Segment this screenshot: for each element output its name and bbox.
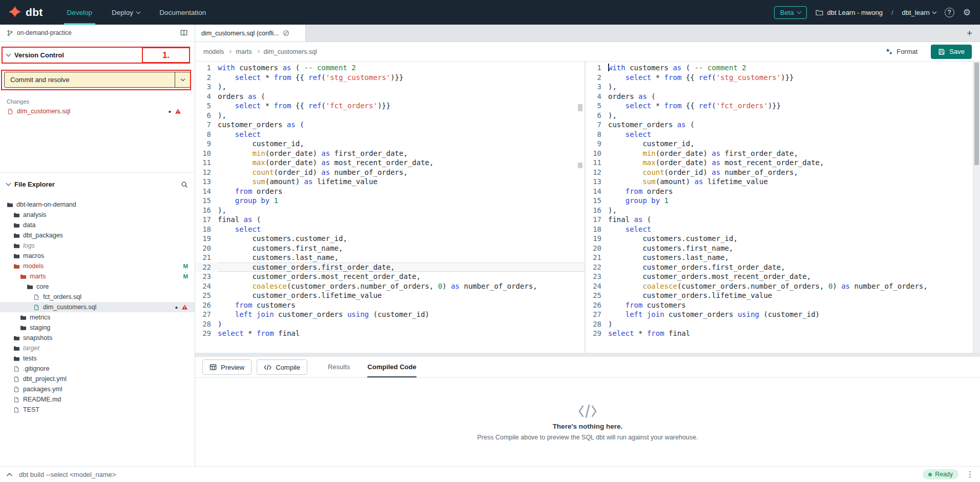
code-line-4[interactable]: 4orders as ( bbox=[195, 92, 585, 102]
code-line-17[interactable]: 17final as ( bbox=[586, 215, 973, 225]
help-icon[interactable]: ? bbox=[945, 8, 954, 17]
tree-item-data[interactable]: data bbox=[0, 220, 195, 230]
tree-item-dim_customers.sql[interactable]: dim_customers.sql• bbox=[0, 302, 195, 312]
tab-results[interactable]: Results bbox=[328, 357, 350, 377]
code-line-5[interactable]: 5 select * from {{ ref('fct_orders')}} bbox=[195, 101, 585, 111]
code-line-16[interactable]: 16), bbox=[586, 206, 973, 215]
tree-item-dbt-learn-on-demand[interactable]: dbt-learn-on-demand bbox=[0, 199, 195, 210]
tab-dim-customers[interactable]: dim_customers.sql (confli... bbox=[195, 25, 306, 42]
code-line-10[interactable]: 10 min(order_date) as first_order_date, bbox=[195, 149, 585, 158]
tree-item-logs[interactable]: logs bbox=[0, 240, 195, 251]
code-line-25[interactable]: 25 customer_orders.lifetime_value bbox=[195, 291, 585, 300]
breadcrumb-models[interactable]: models bbox=[203, 48, 224, 55]
code-line-6[interactable]: 6), bbox=[586, 111, 973, 120]
nav-deploy[interactable]: Deploy bbox=[102, 0, 150, 25]
code-line-5[interactable]: 5 select * from {{ ref('fct_orders')}} bbox=[586, 101, 973, 111]
editor-pane-right[interactable]: 1with customers as ( -- comment 22 selec… bbox=[586, 62, 973, 353]
docs-book-icon[interactable] bbox=[180, 29, 188, 36]
beta-toggle[interactable]: Beta bbox=[774, 6, 807, 19]
code-line-21[interactable]: 21 customers.last_name, bbox=[586, 253, 973, 263]
code-line-18[interactable]: 18 select bbox=[195, 225, 585, 234]
tree-item-marts[interactable]: martsM bbox=[0, 271, 195, 282]
new-tab-icon[interactable]: + bbox=[959, 25, 980, 42]
code-line-28[interactable]: 28) bbox=[195, 319, 585, 329]
code-line-24[interactable]: 24 coalesce(customer_orders.number_of_or… bbox=[195, 282, 585, 291]
code-line-19[interactable]: 19 customers.customer_id, bbox=[195, 234, 585, 244]
command-input[interactable]: dbt build --select <model_name> bbox=[19, 471, 116, 478]
code-line-26[interactable]: 26 from customers bbox=[195, 300, 585, 310]
code-line-14[interactable]: 14 from orders bbox=[195, 187, 585, 196]
code-line-23[interactable]: 23 customer_orders.most_recent_order_dat… bbox=[586, 272, 973, 282]
code-line-8[interactable]: 8 select bbox=[195, 130, 585, 139]
nav-develop[interactable]: Develop bbox=[57, 0, 102, 25]
code-line-17[interactable]: 17final as ( bbox=[195, 215, 585, 225]
code-line-4[interactable]: 4orders as ( bbox=[586, 92, 973, 102]
code-line-1[interactable]: 1with customers as ( -- comment 2 bbox=[586, 63, 973, 73]
code-line-12[interactable]: 12 count(order_id) as number_of_orders, bbox=[195, 168, 585, 177]
code-line-12[interactable]: 12 count(order_id) as number_of_orders, bbox=[586, 168, 973, 177]
version-control-header[interactable]: Version Control bbox=[0, 47, 195, 63]
code-line-11[interactable]: 11 max(order_date) as most_recent_order_… bbox=[586, 158, 973, 168]
tree-item-staging[interactable]: staging bbox=[0, 323, 195, 333]
code-line-22[interactable]: 22 customer_orders.first_order_date, bbox=[195, 263, 585, 272]
code-line-13[interactable]: 13 sum(amount) as lifetime_value bbox=[586, 177, 973, 187]
code-line-29[interactable]: 29select * from final bbox=[195, 329, 585, 338]
code-line-14[interactable]: 14 from orders bbox=[586, 187, 973, 196]
tree-item-.gitignore[interactable]: .gitignore bbox=[0, 364, 195, 374]
tree-item-README.md[interactable]: README.md bbox=[0, 394, 195, 405]
code-line-23[interactable]: 23 customer_orders.most_recent_order_dat… bbox=[195, 272, 585, 282]
chevron-up-icon[interactable] bbox=[6, 472, 13, 477]
code-line-2[interactable]: 2 select * from {{ ref('stg_customers')}… bbox=[586, 73, 973, 83]
project-selector[interactable]: dbt_learn bbox=[902, 9, 936, 16]
tree-item-TEST[interactable]: TEST bbox=[0, 405, 195, 415]
code-line-24[interactable]: 24 coalesce(customer_orders.number_of_or… bbox=[586, 282, 973, 291]
code-line-3[interactable]: 3), bbox=[586, 82, 973, 92]
code-line-8[interactable]: 8 select bbox=[586, 130, 973, 139]
code-line-1[interactable]: 1with customers as ( -- comment 2 bbox=[195, 63, 585, 73]
tree-item-analysis[interactable]: analysis bbox=[0, 210, 195, 220]
scrollbar-thumb[interactable] bbox=[974, 63, 979, 165]
tree-item-tests[interactable]: tests bbox=[0, 353, 195, 364]
code-line-28[interactable]: 28) bbox=[586, 319, 973, 329]
save-button[interactable]: Save bbox=[931, 45, 972, 59]
commit-and-resolve-button[interactable]: Commit and resolve bbox=[4, 72, 191, 88]
code-line-16[interactable]: 16), bbox=[195, 206, 585, 215]
settings-gear-icon[interactable]: ⚙ bbox=[963, 8, 971, 17]
code-line-15[interactable]: 15 group by 1 bbox=[195, 196, 585, 206]
kebab-menu-icon[interactable]: ⋮ bbox=[966, 470, 974, 479]
account-selector[interactable]: dbt Learn - mwong bbox=[816, 9, 883, 16]
scroll-marker[interactable] bbox=[578, 104, 582, 111]
code-line-19[interactable]: 19 customers.customer_id, bbox=[586, 234, 973, 244]
changed-file-dim_customers.sql[interactable]: dim_customers.sql• bbox=[0, 107, 195, 116]
search-icon[interactable] bbox=[181, 181, 188, 188]
code-line-26[interactable]: 26 from customers bbox=[586, 300, 973, 310]
scroll-marker[interactable] bbox=[578, 163, 582, 168]
code-line-15[interactable]: 15 group by 1 bbox=[586, 196, 973, 206]
code-line-29[interactable]: 29select * from final bbox=[586, 329, 973, 338]
tree-item-target[interactable]: target bbox=[0, 343, 195, 353]
code-line-27[interactable]: 27 left join customer_orders using (cust… bbox=[586, 310, 973, 319]
nav-documentation[interactable]: Documentation bbox=[150, 0, 216, 25]
tree-item-packages.yml[interactable]: packages.yml bbox=[0, 384, 195, 394]
tree-item-dbt_packages[interactable]: dbt_packages bbox=[0, 230, 195, 240]
code-line-11[interactable]: 11 max(order_date) as most_recent_order_… bbox=[195, 158, 585, 168]
code-line-3[interactable]: 3), bbox=[195, 82, 585, 92]
editor-scrollbar[interactable] bbox=[973, 62, 980, 353]
file-explorer-header[interactable]: File Explorer bbox=[0, 172, 195, 192]
tree-item-dbt_project.yml[interactable]: dbt_project.yml bbox=[0, 374, 195, 384]
code-line-2[interactable]: 2 select * from {{ ref('stg_customers')}… bbox=[195, 73, 585, 83]
code-line-9[interactable]: 9 customer_id, bbox=[586, 139, 973, 149]
preview-button[interactable]: Preview bbox=[202, 359, 252, 375]
code-line-10[interactable]: 10 min(order_date) as first_order_date, bbox=[586, 149, 973, 158]
compile-button[interactable]: Compile bbox=[257, 359, 307, 375]
code-line-20[interactable]: 20 customers.first_name, bbox=[195, 244, 585, 253]
code-line-7[interactable]: 7customer_orders as ( bbox=[195, 120, 585, 130]
tree-item-models[interactable]: modelsM bbox=[0, 261, 195, 271]
code-line-18[interactable]: 18 select bbox=[586, 225, 973, 234]
tab-compiled-code[interactable]: Compiled Code bbox=[367, 357, 416, 377]
tree-item-core[interactable]: core bbox=[0, 282, 195, 292]
code-line-22[interactable]: 22 customer_orders.first_order_date, bbox=[586, 263, 973, 272]
code-line-20[interactable]: 20 customers.first_name, bbox=[586, 244, 973, 253]
code-line-25[interactable]: 25 customer_orders.lifetime_value bbox=[586, 291, 973, 300]
code-line-7[interactable]: 7customer_orders as ( bbox=[586, 120, 973, 130]
